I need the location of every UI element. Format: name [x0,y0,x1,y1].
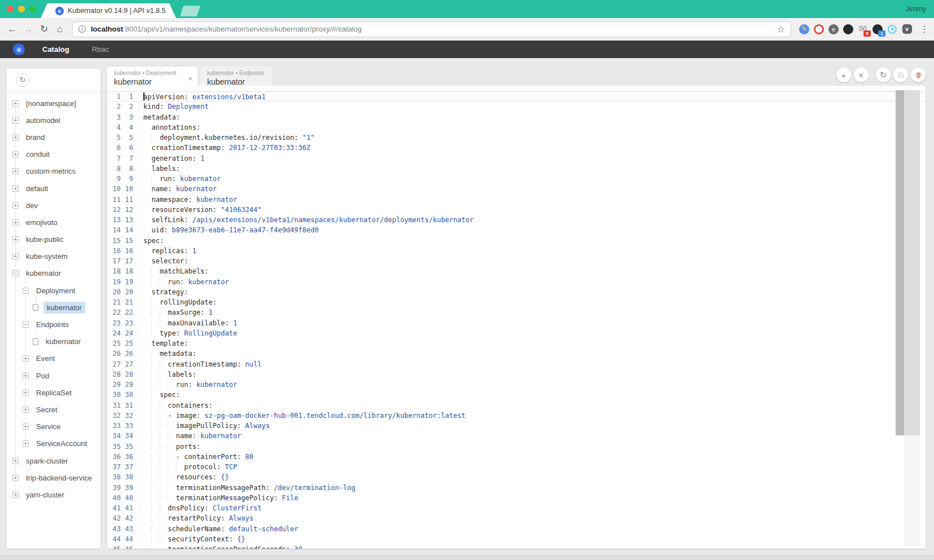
expand-icon[interactable]: + [23,407,29,413]
code-line[interactable]: 3636 - containerPort: 80 [107,452,926,462]
evernote-extension-icon[interactable]: e [827,23,840,36]
tree-item-kubernator[interactable]: kubernator [7,299,100,316]
code-line[interactable]: 4343 schedulerName: default-scheduler [107,524,926,534]
tree-item-yarn-cluster[interactable]: +yarn-cluster [7,486,100,503]
nav-item-rbac[interactable]: Rbac [92,45,109,54]
code-line[interactable]: 1313 selfLink: /apis/extensions/v1beta1/… [107,215,926,225]
close-tab-button[interactable]: × [854,68,869,82]
collapse-icon[interactable]: − [23,288,29,294]
expand-icon[interactable]: + [12,202,19,209]
expand-icon[interactable]: + [12,151,19,157]
code-line[interactable]: 3030 spec: [107,390,926,400]
collapse-icon[interactable]: − [12,270,19,276]
address-bar[interactable]: i localhost :8001/api/v1/namespaces/kube… [72,21,791,37]
expand-icon[interactable]: + [12,475,19,481]
delete-resource-button[interactable] [911,68,926,82]
code-line[interactable]: 2222 maxSurge: 1 [107,307,926,318]
resource-tab-2[interactable]: kubernator • Endpointskubernator [200,67,272,86]
expand-icon[interactable]: + [12,100,19,107]
code-line[interactable]: 4242 restartPolicy: Always [107,513,926,523]
code-line[interactable]: 1414 uid: b89e3673-eab6-11e7-aa47-f4e9d4… [107,225,926,235]
nav-item-catalog[interactable]: Catalog [42,45,69,54]
code-line[interactable]: 3939 terminationMessagePath: /dev/termin… [107,483,926,493]
code-line[interactable]: 1111 namespace: kubernator [107,195,926,205]
expand-icon[interactable]: + [12,219,19,226]
tree-item-emojivoto[interactable]: +emojivoto [7,214,100,231]
expand-icon[interactable]: + [12,186,19,192]
resource-tab-1[interactable]: kubernator • Deploymentkubernator× [107,67,198,86]
tree-item-default[interactable]: +default [7,180,100,197]
minimize-window-icon[interactable] [18,6,25,12]
tree-item-kubernator[interactable]: kubernator [7,333,100,350]
tree-item-conduit[interactable]: +conduit [7,146,100,163]
bookmark-star-icon[interactable]: ☆ [777,24,785,34]
code-line[interactable]: 11apiVersion: extensions/v1beta1 [107,91,926,102]
code-line[interactable]: 1818 matchLabels: [107,266,926,276]
code-line[interactable]: 88 labels: [107,164,926,174]
code-line[interactable]: 22kind: Deployment [107,102,926,112]
code-line[interactable]: 1919 run: kubernator [107,277,926,287]
code-line[interactable]: 2323 maxUnavailable: 1 [107,318,926,328]
reload-icon[interactable]: ↻ [36,23,52,35]
tree-item-dev[interactable]: +dev [7,197,100,214]
code-line[interactable]: 1515spec: [107,236,926,246]
reload-resource-button[interactable]: ↻ [876,68,891,82]
content-blocker-extension-icon[interactable] [813,23,825,36]
code-line[interactable]: 3838 resources: {} [107,472,926,482]
expand-icon[interactable]: + [12,236,19,242]
code-line[interactable]: 4141 dnsPolicy: ClusterFirst [107,503,926,513]
page-info-icon[interactable]: i [78,25,86,33]
tree-item-Deployment[interactable]: −Deployment [7,282,100,299]
expand-icon[interactable]: + [23,390,29,396]
code-line[interactable]: 1010 name: kubernator [107,184,926,194]
back-icon[interactable]: ← [5,24,20,35]
expand-icon[interactable]: + [12,492,19,498]
code-line[interactable]: 77 generation: 1 [107,153,926,164]
code-line[interactable]: 3131 containers: [107,400,926,411]
expand-icon[interactable]: + [12,134,19,140]
tree-item-Service[interactable]: +Service [7,418,100,435]
tab-close-icon[interactable]: × [188,74,192,83]
react-devtools-extension-icon[interactable] [886,23,898,36]
sidebar-refresh-button[interactable]: ↻ [16,73,29,87]
code-line[interactable]: 3535 ports: [107,442,926,452]
tree-item-Pod[interactable]: +Pod [7,367,100,384]
expand-icon[interactable]: + [23,424,29,430]
tree-item-kubernator[interactable]: −kubernator [7,265,100,282]
code-line[interactable]: 4040 terminationMessagePolicy: File [107,493,926,503]
zoom-window-icon[interactable] [29,6,36,12]
tree-item-kube-system[interactable]: +kube-system [7,248,100,265]
code-line[interactable]: 33metadata: [107,112,926,122]
code-line[interactable]: 2121 rollingUpdate: [107,297,926,307]
tree-item-trip-backend-service[interactable]: +trip-backend-service [7,469,100,486]
editor-content[interactable]: 11apiVersion: extensions/v1beta122kind: … [107,91,926,549]
code-line[interactable]: 55 deployment.kubernetes.io/revision: "1… [107,133,926,143]
mail-extension-icon[interactable]: ✉5 [857,23,869,36]
expand-icon[interactable]: + [23,355,29,361]
forward-icon[interactable]: → [20,24,36,35]
home-icon[interactable]: ⌂ [52,24,68,35]
code-line[interactable]: 2727 creationTimestamp: null [107,359,926,369]
code-line[interactable]: 3333 imagePullPolicy: Always [107,421,926,431]
expand-icon[interactable]: + [12,253,19,259]
pocket-extension-icon[interactable]: v [901,23,913,36]
code-line[interactable]: 3232 - image: sz-pg-oam-docker-hub-001.t… [107,411,926,421]
code-line[interactable]: 3434 name: kubernator [107,431,926,441]
code-line[interactable]: 2828 labels: [107,369,926,380]
code-line[interactable]: 1616 replicas: 1 [107,246,926,256]
code-line[interactable]: 2020 strategy: [107,287,926,297]
tree-item-automodel[interactable]: +automodel [7,112,100,129]
tree-item-ReplicaSet[interactable]: +ReplicaSet [7,384,100,401]
tree-item-nonamespace[interactable]: +[nonamespace] [7,95,100,112]
code-line[interactable]: 1717 selector: [107,256,926,266]
expand-icon[interactable]: + [23,373,29,379]
editor-scrollbar-thumb[interactable] [896,90,904,435]
browser-profile-name[interactable]: Jimmy [906,5,926,13]
tree-item-Event[interactable]: +Event [7,350,100,367]
expand-icon[interactable]: + [23,440,29,447]
tree-item-brand[interactable]: +brand [7,129,100,145]
tree-item-Secret[interactable]: +Secret [7,401,100,418]
browser-tab-close-icon[interactable]: × [172,7,177,15]
collapse-icon[interactable]: − [23,321,29,328]
code-line[interactable]: 4545 terminationGracePeriodSeconds: 30 [107,544,926,549]
